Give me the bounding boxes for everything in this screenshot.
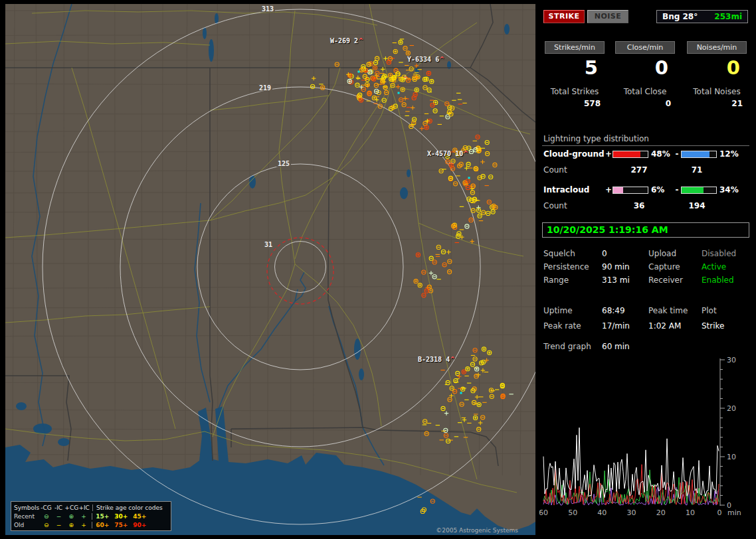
divider (542, 145, 749, 146)
datetime-display: 10/20/2025 1:19:16 AM (542, 222, 749, 238)
pos-ic-symbol-icon: + (78, 522, 90, 528)
legend-header: Symbols -CG -IC +CG +IC Strike age color… (14, 503, 168, 512)
capture-label: Capture (648, 262, 680, 271)
legend-col-pos-cg: +CG (64, 504, 78, 511)
ic-negative-count: 194 (674, 201, 720, 210)
peak-rate-value: 17/min (602, 321, 630, 331)
legend-col-pos-ic: +IC (78, 504, 90, 511)
strike-button[interactable]: STRIKE (543, 10, 585, 23)
bearing-distance: 253mi (714, 12, 742, 21)
total-strikes-label: Total Strikes (539, 87, 610, 96)
neg-ic-symbol-icon: − (52, 513, 65, 520)
neg-cg-symbol-icon: ⊖ (40, 513, 52, 520)
ic-positive-count: 36 (605, 201, 674, 210)
svg-text:30: 30 (627, 508, 636, 517)
range-value: 313 mi (602, 275, 630, 285)
neg-cg-symbol-icon: ⊖ (40, 522, 52, 528)
peak-rate-label: Peak rate (543, 321, 581, 331)
legend-old-label: Old (14, 522, 40, 528)
pos-cg-symbol-icon: ⊕ (65, 513, 78, 520)
svg-text:min: min (727, 508, 741, 517)
svg-text:60: 60 (539, 508, 548, 517)
storm-cell-text: B-2318 4 (418, 356, 450, 363)
persistence-value: 90 min (602, 262, 630, 271)
cg-positive-bar (613, 151, 648, 158)
intracloud-row: Intracloud + 6% - 34% (543, 185, 749, 194)
storm-cell-label: Y-6334 6^ (407, 56, 444, 63)
storm-cell-label: B-2318 4^ (418, 356, 454, 363)
plot-label: Plot (702, 306, 717, 315)
ic-negative-pct: 34% (717, 185, 741, 194)
trend-graph-svg: 30201006050403020100min (539, 356, 752, 523)
svg-text:40: 40 (597, 508, 607, 517)
range-label: Range (543, 275, 569, 285)
cg-positive-fill (613, 151, 640, 157)
cloud-ground-row: Cloud-ground + 48% - 12% (543, 149, 749, 159)
svg-text:10: 10 (727, 453, 736, 461)
trend-up-icon: ^ (450, 356, 454, 363)
storm-cell-text: Y-6334 6 (407, 56, 439, 63)
noise-button[interactable]: NOISE (587, 10, 628, 23)
range-ring-label: 31 (263, 241, 274, 248)
capture-value: Active (702, 262, 726, 271)
uptime-label: Uptime (543, 306, 573, 315)
intracloud-label: Intracloud (543, 185, 605, 194)
svg-text:50: 50 (568, 508, 577, 517)
ic-positive-fill (613, 187, 623, 193)
age-code: 45+ (133, 513, 151, 520)
legend-age-title: Strike age color codes (92, 504, 168, 511)
legend-age-values: 15+30+45+ (92, 513, 168, 520)
age-code: 75+ (114, 522, 133, 528)
age-code: 30+ (114, 513, 133, 520)
cg-positive-pct: 48% (648, 149, 673, 159)
upload-value: Disabled (702, 249, 736, 258)
age-code: 15+ (96, 513, 114, 520)
pos-ic-symbol-icon: + (78, 513, 90, 520)
svg-text:0: 0 (717, 508, 722, 517)
map-panel[interactable]: 313 219 125 31 W-269 2^ Y-6334 6^ X-4570… (5, 4, 535, 535)
receiver-value: Enabled (702, 275, 734, 285)
settings-row: Persistence 90 min Capture Active (543, 262, 749, 274)
squelch-value: 0 (602, 249, 607, 258)
squelch-label: Squelch (543, 249, 575, 258)
cg-negative-pct: 12% (717, 149, 741, 159)
range-ring-label: 219 (258, 84, 272, 92)
settings-row: Range 313 mi Receiver Enabled (543, 275, 749, 287)
close-column: Close/min 0 Total Close 0 (610, 41, 680, 108)
cg-negative-bar (681, 151, 717, 158)
map-legend: Symbols -CG -IC +CG +IC Strike age color… (11, 501, 171, 531)
status-row: Uptime 68:49 Peak time Plot (543, 306, 749, 318)
noises-per-min-value: 0 (682, 56, 752, 82)
peak-time-value: 1:02 AM (648, 321, 681, 331)
trend-graph-label: Trend graph (543, 342, 591, 351)
svg-text:10: 10 (686, 508, 695, 517)
legend-recent-label: Recent (14, 513, 40, 520)
copyright-text: ©2005 Astrogenic Systems (436, 527, 518, 534)
svg-text:20: 20 (656, 508, 666, 517)
cg-negative-count: 71 (674, 165, 720, 175)
total-noises-label: Total Noises (682, 87, 752, 96)
total-noises-value: 21 (682, 99, 752, 108)
count-label: Count (543, 201, 605, 210)
svg-text:30: 30 (727, 356, 736, 364)
app-window: 313 219 125 31 W-269 2^ Y-6334 6^ X-4570… (0, 0, 756, 539)
cg-positive-count: 277 (605, 165, 674, 175)
trend-row: Trend graph 60 min (543, 342, 749, 354)
trend-graph: 30201006050403020100min (539, 356, 752, 527)
legend-col-neg-cg: -CG (40, 504, 52, 511)
range-ring-label: 125 (276, 160, 291, 167)
uptime-value: 68:49 (602, 306, 625, 315)
bearing-box: Bng 28° 253mi (656, 10, 748, 23)
minus-sign: - (673, 185, 681, 194)
storm-cell-label: W-269 2^ (330, 37, 363, 44)
close-per-min-value: 0 (610, 56, 680, 82)
svg-text:20: 20 (727, 404, 736, 413)
total-strikes-value: 578 (539, 99, 610, 108)
plus-sign: + (605, 185, 613, 194)
storm-cell-label: X-4570 10^ (427, 150, 468, 157)
legend-row-recent: Recent ⊖ − ⊕ + 15+30+45+ (14, 512, 168, 520)
distribution-title: Lightning type distribution (543, 134, 649, 143)
control-panel: STRIKE NOISE Bng 28° 253mi Strikes/min 5… (539, 4, 752, 535)
legend-symbols-title: Symbols (14, 504, 40, 511)
pos-cg-symbol-icon: ⊕ (65, 522, 78, 528)
